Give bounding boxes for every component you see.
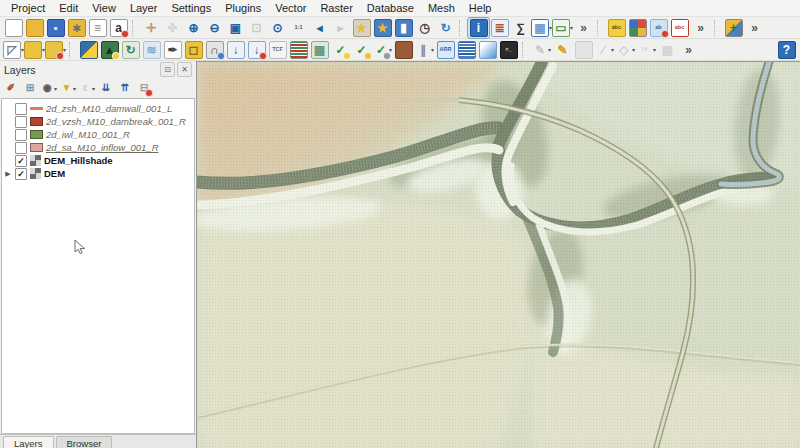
new-bookmark-icon[interactable]: ★ — [351, 18, 372, 38]
float-panel-icon[interactable]: ⊡ — [160, 62, 175, 77]
select-features-icon[interactable]: ◸▾ — [3, 40, 24, 60]
menu-project[interactable]: Project — [4, 2, 52, 14]
zoom-out-icon[interactable]: ⊖ — [204, 18, 225, 38]
panel-buttons: ⊡✕ — [160, 62, 192, 77]
layer-checkbox[interactable] — [15, 116, 27, 128]
gradient-grid-icon[interactable] — [477, 40, 498, 60]
temporal-controller-icon[interactable]: ◷ — [414, 18, 435, 38]
raster-preview-icon[interactable]: ▦ — [309, 40, 330, 60]
map-themes-icon[interactable]: ◉▾ — [40, 79, 58, 97]
menu-plugins[interactable]: Plugins — [218, 2, 268, 14]
sum-features-icon[interactable]: ∑ — [510, 18, 531, 38]
zoom-last-icon[interactable]: ◂ — [309, 18, 330, 38]
layer-labeling-icon[interactable]: abc — [606, 18, 627, 38]
layer-item[interactable]: 2d_sa_M10_inflow_001_R — [2, 141, 194, 154]
tuflow-tcf-icon[interactable]: TCF — [267, 40, 288, 60]
layer-item[interactable]: 2d_zsh_M10_damwall_001_L — [2, 102, 194, 115]
menu-settings[interactable]: Settings — [164, 2, 218, 14]
project-template-icon[interactable]: ∗ — [66, 18, 87, 38]
arch-tool-icon[interactable]: ∩ — [204, 40, 225, 60]
check-1d-icon[interactable]: ✓▾ — [372, 40, 393, 60]
layers-overflow-icon[interactable]: » — [744, 18, 765, 38]
label-overflow-icon[interactable]: » — [690, 18, 711, 38]
new-project-icon[interactable] — [3, 18, 24, 38]
deselect-features-icon[interactable]: ▾ — [24, 40, 45, 60]
menu-vector[interactable]: Vector — [268, 2, 313, 14]
toolbar-separator — [132, 20, 138, 36]
processing-refresh-icon[interactable]: ↻ — [120, 40, 141, 60]
toggle-editing-icon[interactable]: ✎ — [552, 40, 573, 60]
layer-checkbox[interactable] — [15, 129, 27, 141]
bezier-digitize-icon[interactable]: ✒ — [162, 40, 183, 60]
filter-legend-icon[interactable]: ▼▾ — [59, 79, 77, 97]
menu-mesh[interactable]: Mesh — [421, 2, 462, 14]
menu-raster[interactable]: Raster — [313, 2, 359, 14]
layer-item[interactable]: 2d_iwl_M10_001_R — [2, 128, 194, 141]
label-highlight-icon[interactable]: abc — [669, 18, 690, 38]
layer-checkbox[interactable]: ✓ — [15, 155, 27, 167]
layer-checkbox[interactable] — [15, 103, 27, 115]
print-layout-icon[interactable]: ≡ — [87, 18, 108, 38]
menu-database[interactable]: Database — [360, 2, 421, 14]
mesh-layer-icon[interactable]: ≋ — [141, 40, 162, 60]
layer-symbol — [30, 168, 41, 179]
tuflow-viewer-icon[interactable] — [393, 40, 414, 60]
measure-icon[interactable]: ▭▾ — [552, 18, 573, 38]
add-group-icon[interactable]: ⊞ — [21, 79, 39, 97]
bookmark-manager-icon[interactable]: ▮ — [393, 18, 414, 38]
attach-icon[interactable]: ∥▾ — [414, 40, 435, 60]
expander-icon[interactable]: ▶ — [4, 170, 12, 178]
arr-tool-icon[interactable]: ARR — [435, 40, 456, 60]
duplicate-layer-icon[interactable]: + — [723, 18, 744, 38]
blue-bars-icon[interactable] — [456, 40, 477, 60]
tab-layers[interactable]: Layers — [3, 436, 54, 448]
filter-expression-icon: ε▾ — [78, 79, 96, 97]
refresh-map-icon[interactable]: ↻ — [435, 18, 456, 38]
zoom-in-icon[interactable]: ⊕ — [183, 18, 204, 38]
zoom-native-icon[interactable]: 1:1 — [288, 18, 309, 38]
collapse-all-icon[interactable]: ⇈ — [116, 79, 134, 97]
remove-layer-icon[interactable]: ⊟ — [135, 79, 153, 97]
menu-layer[interactable]: Layer — [123, 2, 165, 14]
zoom-to-layer-icon[interactable]: ⊙ — [267, 18, 288, 38]
attribute-table-icon[interactable]: ▦▾ — [531, 18, 552, 38]
identify-features-icon[interactable]: i — [468, 18, 489, 38]
label-pin-icon[interactable]: ab — [648, 18, 669, 38]
style-manager-icon[interactable]: a — [108, 18, 129, 38]
layer-styling-panel-icon[interactable]: ✐ — [2, 79, 20, 97]
layer-item[interactable]: ▶✓DEM — [2, 167, 194, 180]
select-by-value-icon[interactable]: ▾ — [45, 40, 66, 60]
zoom-full-extent-icon[interactable]: ▣ — [225, 18, 246, 38]
menu-view[interactable]: View — [85, 2, 123, 14]
open-project-icon[interactable] — [24, 18, 45, 38]
grass-tools-icon[interactable]: ▲ — [99, 40, 120, 60]
import-layer-icon[interactable]: ↓ — [225, 40, 246, 60]
python-console-icon[interactable] — [78, 40, 99, 60]
command-prompt-icon[interactable]: >_ — [498, 40, 519, 60]
layer-item[interactable]: ✓DEM_Hillshade — [2, 154, 194, 167]
toolbar-separator — [69, 42, 75, 58]
pan-map-icon[interactable]: ✛ — [141, 18, 162, 38]
tuflow-bars-icon[interactable] — [288, 40, 309, 60]
tab-browser[interactable]: Browser — [56, 436, 113, 448]
help-icon[interactable]: ? — [776, 40, 797, 60]
toolbar-overflow-icon[interactable]: » — [573, 18, 594, 38]
check-circle-icon[interactable]: ✓ — [351, 40, 372, 60]
cube-3d-icon[interactable]: ◻ — [183, 40, 204, 60]
edit-overflow-icon[interactable]: » — [678, 40, 699, 60]
layer-checkbox[interactable] — [15, 142, 27, 154]
statistical-summary-icon[interactable]: ≣ — [489, 18, 510, 38]
map-canvas[interactable] — [196, 61, 800, 448]
menu-help[interactable]: Help — [462, 2, 499, 14]
layer-checkbox[interactable]: ✓ — [15, 168, 27, 180]
layer-styling-icon[interactable] — [627, 18, 648, 38]
close-panel-icon[interactable]: ✕ — [177, 62, 192, 77]
menu-edit[interactable]: Edit — [52, 2, 85, 14]
import-attributes-icon[interactable]: ↓ — [246, 40, 267, 60]
layer-item[interactable]: 2d_vzsh_M10_dambreak_001_R — [2, 115, 194, 128]
expand-all-icon[interactable]: ⇊ — [97, 79, 115, 97]
layer-symbol — [30, 143, 43, 152]
check-flag-icon[interactable]: ✓ — [330, 40, 351, 60]
show-bookmarks-icon[interactable]: ★ — [372, 18, 393, 38]
save-project-icon[interactable]: ▪ — [45, 18, 66, 38]
